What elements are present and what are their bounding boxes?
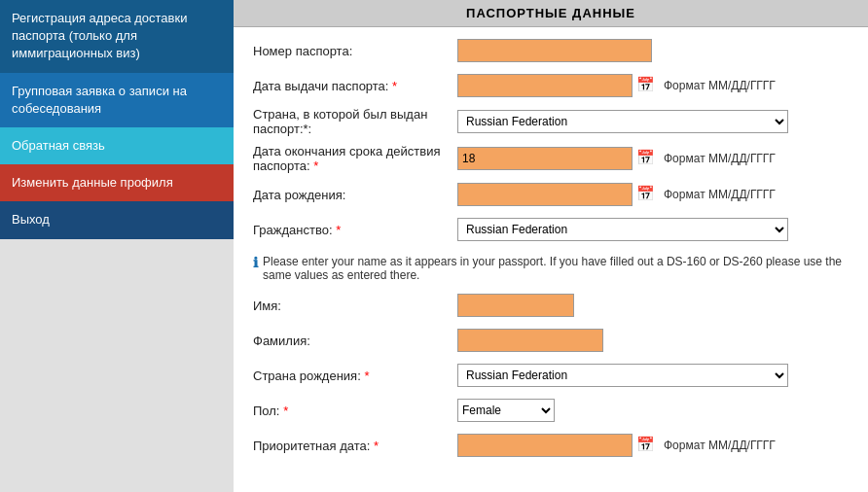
expiry-date-control: 📅 Формат ММ/ДД/ГГГГ <box>457 147 849 170</box>
priority-date-control: 📅 Формат ММ/ДД/ГГГГ <box>457 434 849 457</box>
priority-date-required: * <box>374 439 379 453</box>
last-name-label: Фамилия: <box>253 334 457 348</box>
issue-date-control: 📅 Формат ММ/ДД/ГГГГ <box>457 74 849 97</box>
expiry-date-input[interactable] <box>457 147 633 170</box>
first-name-row: Имя: <box>253 292 849 319</box>
gender-select[interactable]: Female Male <box>457 399 555 422</box>
dob-calendar-icon[interactable]: 📅 <box>636 185 656 204</box>
issue-date-input[interactable] <box>457 74 633 97</box>
birth-country-select[interactable]: Russian Federation <box>457 364 788 387</box>
issue-country-control: Russian Federation <box>457 110 849 133</box>
birth-country-control: Russian Federation <box>457 364 849 387</box>
citizenship-required: * <box>336 223 341 237</box>
issue-date-label: Дата выдачи паспорта: * <box>253 79 457 93</box>
dob-control: 📅 Формат ММ/ДД/ГГГГ <box>457 183 849 206</box>
last-name-row: Фамилия: <box>253 327 849 354</box>
info-box: ℹ Please enter your name as it appears i… <box>253 251 849 286</box>
issue-country-label: Страна, в которой был выдан паспорт:*: <box>253 107 457 136</box>
sidebar-item-feedback[interactable]: Обратная связь <box>0 127 234 164</box>
info-icon: ℹ <box>253 255 258 270</box>
expiry-date-label: Дата окончания срока действия паспорта: … <box>253 144 457 173</box>
first-name-control <box>457 294 849 317</box>
expiry-date-row: Дата окончания срока действия паспорта: … <box>253 144 849 173</box>
dob-input[interactable] <box>457 183 633 206</box>
issue-country-select[interactable]: Russian Federation <box>457 110 788 133</box>
dob-label: Дата рождения: <box>253 188 457 202</box>
gender-row: Пол: * Female Male <box>253 397 849 424</box>
expiry-date-format-hint: Формат ММ/ДД/ГГГГ <box>664 152 776 165</box>
citizenship-control: Russian Federation <box>457 218 849 241</box>
citizenship-select[interactable]: Russian Federation <box>457 218 788 241</box>
section-title: ПАСПОРТНЫЕ ДАННЫЕ <box>234 0 868 27</box>
citizenship-row: Гражданство: * Russian Federation <box>253 216 849 243</box>
first-name-label: Имя: <box>253 299 457 313</box>
sidebar-item-passport-delivery[interactable]: Регистрация адреса доставки паспорта (то… <box>0 0 234 73</box>
issue-date-row: Дата выдачи паспорта: * 📅 Формат ММ/ДД/Г… <box>253 72 849 99</box>
sidebar-item-label: Выход <box>12 212 50 227</box>
issue-date-format-hint: Формат ММ/ДД/ГГГГ <box>664 79 776 92</box>
passport-number-control <box>457 39 849 62</box>
dob-format-hint: Формат ММ/ДД/ГГГГ <box>664 188 776 201</box>
sidebar-item-label: Регистрация адреса доставки паспорта (то… <box>12 11 187 60</box>
priority-date-format-hint: Формат ММ/ДД/ГГГГ <box>664 439 776 452</box>
issue-date-required: * <box>392 79 397 93</box>
expiry-date-required: * <box>313 158 318 173</box>
sidebar-item-label: Обратная связь <box>12 138 105 153</box>
form-area: Номер паспорта: Дата выдачи паспорта: * … <box>234 27 868 476</box>
dob-row: Дата рождения: 📅 Формат ММ/ДД/ГГГГ <box>253 181 849 208</box>
gender-required: * <box>283 404 288 418</box>
gender-control: Female Male <box>457 399 849 422</box>
sidebar-item-label: Групповая заявка о записи на собеседован… <box>12 84 187 116</box>
birth-country-required: * <box>364 369 369 383</box>
sidebar-item-logout[interactable]: Выход <box>0 201 234 238</box>
last-name-control <box>457 329 849 352</box>
citizenship-label: Гражданство: * <box>253 223 457 237</box>
issue-date-calendar-icon[interactable]: 📅 <box>636 76 656 95</box>
passport-number-row: Номер паспорта: <box>253 37 849 64</box>
last-name-input[interactable] <box>457 329 603 352</box>
priority-date-row: Приоритетная дата: * 📅 Формат ММ/ДД/ГГГГ <box>253 432 849 459</box>
main-content: ПАСПОРТНЫЕ ДАННЫЕ Номер паспорта: Дата в… <box>234 0 868 492</box>
birth-country-row: Страна рождения: * Russian Federation <box>253 362 849 389</box>
sidebar: Регистрация адреса доставки паспорта (то… <box>0 0 234 492</box>
gender-label: Пол: * <box>253 404 457 418</box>
priority-date-calendar-icon[interactable]: 📅 <box>636 436 656 455</box>
sidebar-item-group-appointment[interactable]: Групповая заявка о записи на собеседован… <box>0 73 234 127</box>
passport-number-input[interactable] <box>457 39 652 62</box>
expiry-date-calendar-icon[interactable]: 📅 <box>636 149 656 168</box>
birth-country-label: Страна рождения: * <box>253 369 457 383</box>
info-text: Please enter your name as it appears in … <box>263 255 849 282</box>
sidebar-item-label: Изменить данные профиля <box>12 175 173 190</box>
first-name-input[interactable] <box>457 294 574 317</box>
passport-number-label: Номер паспорта: <box>253 44 457 58</box>
priority-date-label: Приоритетная дата: * <box>253 439 457 453</box>
issue-country-row: Страна, в которой был выдан паспорт:*: R… <box>253 107 849 136</box>
priority-date-input[interactable] <box>457 434 633 457</box>
sidebar-item-edit-profile[interactable]: Изменить данные профиля <box>0 164 234 201</box>
